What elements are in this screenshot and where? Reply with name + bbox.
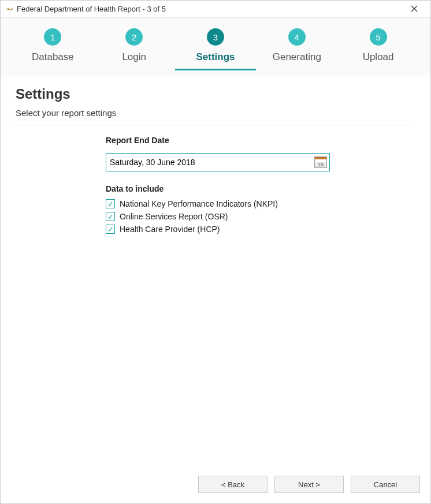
step-settings[interactable]: 3 Settings	[175, 28, 257, 70]
step-label: Settings	[175, 51, 257, 63]
back-button[interactable]: < Back	[198, 476, 267, 493]
close-button[interactable]	[403, 4, 426, 14]
content-area: Settings Select your report settings Rep…	[1, 74, 430, 469]
checkbox-osr[interactable]: ✓ Online Services Report (OSR)	[106, 212, 415, 221]
calendar-icon[interactable]: 15	[314, 156, 327, 168]
checkbox-icon[interactable]: ✓	[106, 199, 115, 208]
checkbox-label: National Key Performance Indicators (NKP…	[120, 199, 278, 208]
step-upload[interactable]: 5 Upload	[337, 28, 419, 69]
checkbox-label: Online Services Report (OSR)	[120, 212, 228, 221]
checkbox-hcp[interactable]: ✓ Health Care Provider (HCP)	[106, 225, 415, 234]
divider	[16, 125, 415, 125]
form-area: Report End Date 15 Data to include ✓ Nat…	[16, 136, 415, 237]
step-number: 1	[44, 28, 61, 46]
checkbox-icon[interactable]: ✓	[106, 225, 115, 234]
step-number: 2	[125, 28, 143, 46]
footer-buttons: < Back Next > Cancel	[1, 469, 430, 503]
step-label: Generating	[256, 51, 337, 63]
step-label: Database	[12, 51, 94, 63]
step-database[interactable]: 1 Database	[12, 28, 94, 69]
step-label: Upload	[337, 51, 419, 63]
checkbox-nkpi[interactable]: ✓ National Key Performance Indicators (N…	[106, 199, 415, 208]
titlebar: Federal Department of Health Report - 3 …	[1, 1, 430, 18]
titlebar-text: Federal Department of Health Report - 3 …	[17, 5, 403, 13]
calendar-day: 15	[318, 162, 324, 167]
step-number: 5	[370, 28, 387, 46]
include-label: Data to include	[106, 184, 415, 193]
step-number: 4	[288, 28, 306, 46]
step-label: Login	[94, 51, 175, 63]
step-generating[interactable]: 4 Generating	[256, 28, 337, 69]
checkbox-icon[interactable]: ✓	[106, 212, 115, 221]
cancel-button[interactable]: Cancel	[351, 476, 420, 493]
checkbox-label: Health Care Provider (HCP)	[120, 225, 220, 234]
step-login[interactable]: 2 Login	[94, 28, 175, 69]
page-title: Settings	[16, 86, 415, 102]
step-number: 3	[207, 28, 224, 46]
next-button[interactable]: Next >	[274, 476, 344, 493]
wizard-stepper: 1 Database 2 Login 3 Settings 4 Generati…	[1, 18, 430, 74]
date-label: Report End Date	[106, 136, 415, 145]
date-field[interactable]: 15	[106, 153, 330, 171]
app-icon	[5, 5, 13, 13]
page-subtitle: Select your report settings	[16, 108, 415, 118]
date-input[interactable]	[110, 158, 314, 167]
